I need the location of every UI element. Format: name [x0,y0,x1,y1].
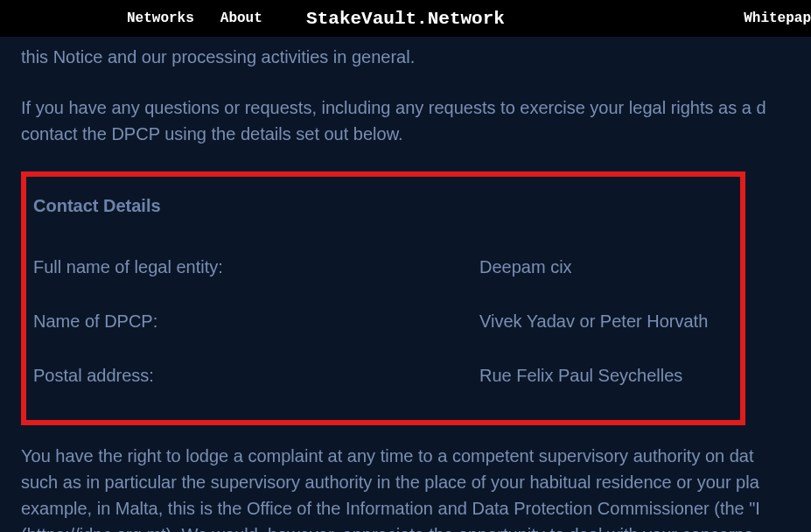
contact-row-address: Postal address: Rue Felix Paul Seychelle… [33,362,733,388]
para-complaint-line1: You have the right to lodge a complaint … [21,443,790,469]
contact-value-address: Rue Felix Paul Seychelles [479,362,682,388]
top-header: Networks About StakeVault.Network Whitep… [0,0,811,37]
contact-label-address: Postal address: [33,362,479,388]
nav-about[interactable]: About [220,10,262,26]
paragraph-top: this Notice and our processing activitie… [21,44,790,70]
contact-details-box: Contact Details Full name of legal entit… [21,172,745,425]
brand-title: StakeVault.Network [306,9,505,29]
para-complaint-line2: such as in particular the supervisory au… [21,469,790,495]
nav-whitepaper[interactable]: Whitepap [744,10,811,26]
para-complaint-line3: example, in Malta, this is the Office of… [21,495,790,522]
para-complaint-line4: (https://idpc.org.mt). We would, however… [21,522,790,532]
para-questions-line1: If you have any questions or requests, i… [21,98,766,117]
main-content: this Notice and our processing activitie… [0,44,811,532]
contact-row-entity: Full name of legal entity: Deepam cix [33,254,733,280]
paragraph-complaint: You have the right to lodge a complaint … [21,443,790,532]
contact-label-dpcp: Name of DPCP: [33,308,479,334]
contact-value-entity: Deepam cix [479,254,572,280]
contact-label-entity: Full name of legal entity: [33,254,479,280]
contact-value-dpcp: Vivek Yadav or Peter Horvath [479,308,708,334]
nav-networks[interactable]: Networks [127,10,194,26]
para-questions-line2: contact the DPCP using the details set o… [21,121,790,147]
nav-left: Networks About [127,10,262,26]
contact-row-dpcp: Name of DPCP: Vivek Yadav or Peter Horva… [33,308,733,334]
paragraph-questions: If you have any questions or requests, i… [21,94,790,147]
contact-details-heading: Contact Details [33,192,733,219]
